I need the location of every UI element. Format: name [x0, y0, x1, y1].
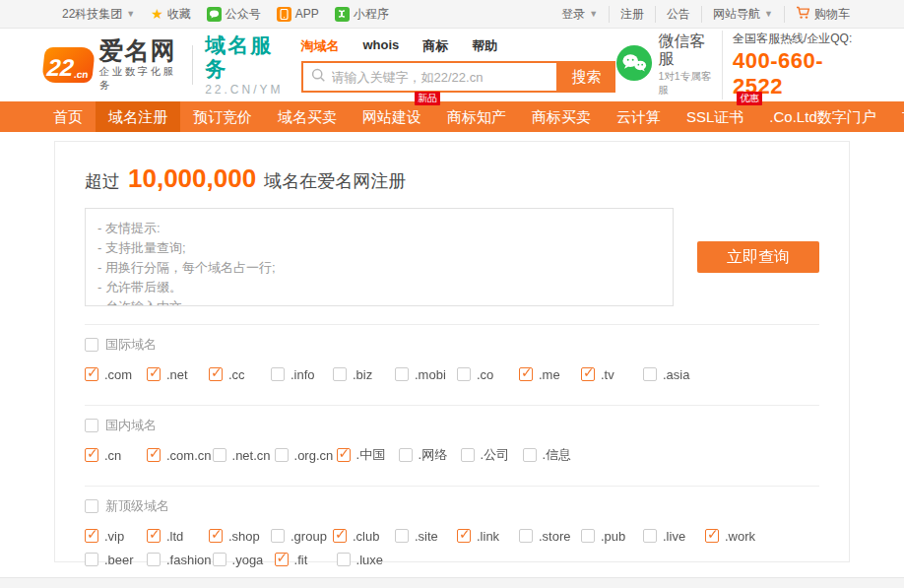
suffix-checkbox-item[interactable]: .work — [705, 527, 766, 545]
search-tab[interactable]: 淘域名 — [301, 37, 340, 55]
suffix-checkbox-item[interactable]: .info — [271, 365, 332, 383]
suffix-checkbox-item[interactable]: .vip — [85, 527, 146, 545]
checkbox-icon[interactable] — [85, 553, 98, 566]
search-tab[interactable]: 商标 — [422, 37, 448, 55]
checkbox-icon[interactable] — [209, 367, 223, 381]
nav-item[interactable]: 首页 — [40, 101, 96, 132]
checkbox-icon[interactable] — [209, 529, 223, 543]
suffix-checkbox-item[interactable]: .live — [643, 527, 704, 545]
suffix-checkbox-item[interactable]: .store — [519, 527, 580, 545]
suffix-checkbox-item[interactable]: .site — [395, 527, 456, 545]
register-link[interactable]: 注册 — [609, 6, 655, 23]
checkbox-icon[interactable] — [519, 367, 533, 381]
search-tab[interactable]: whois — [363, 37, 400, 55]
cart-link[interactable]: 购物车 — [784, 6, 850, 23]
notice-link[interactable]: 公告 — [655, 6, 701, 23]
suffix-checkbox-item[interactable]: .com.cn — [147, 446, 212, 464]
suffix-checkbox-item[interactable]: .org.cn — [275, 446, 336, 464]
group-checkbox-icon[interactable] — [85, 499, 98, 513]
suffix-checkbox-item[interactable]: .yoga — [213, 551, 274, 568]
checkbox-icon[interactable] — [147, 529, 161, 543]
checkbox-icon[interactable] — [461, 448, 475, 462]
nav-item[interactable]: 预订竞价 — [180, 101, 265, 132]
checkbox-icon[interactable] — [271, 529, 285, 543]
nav-item[interactable]: .Co.Ltd数字门户 — [756, 101, 888, 132]
nav-item[interactable]: 商标买卖 — [519, 101, 604, 132]
suffix-checkbox-item[interactable]: .cn — [85, 446, 146, 464]
search-tab[interactable]: 帮助 — [472, 37, 497, 55]
suffix-checkbox-item[interactable]: .club — [333, 527, 394, 545]
suffix-checkbox-item[interactable]: .信息 — [523, 446, 584, 464]
suffix-checkbox-item[interactable]: .shop — [209, 527, 270, 545]
suffix-checkbox-item[interactable]: .biz — [333, 365, 394, 383]
suffix-checkbox-item[interactable]: .asia — [643, 365, 704, 383]
checkbox-icon[interactable] — [213, 448, 226, 462]
checkbox-icon[interactable] — [581, 367, 595, 381]
group-checkbox-icon[interactable] — [85, 338, 98, 352]
topbar-group-menu[interactable]: 22科技集团 ▼ — [54, 6, 143, 23]
checkbox-icon[interactable] — [147, 553, 161, 566]
suffix-checkbox-item[interactable]: .网络 — [399, 446, 460, 464]
suffix-checkbox-item[interactable]: .中国 — [337, 446, 398, 464]
nav-item[interactable]: 市场|工具 — [889, 101, 904, 132]
suffix-checkbox-item[interactable]: .link — [457, 527, 518, 545]
suffix-checkbox-item[interactable]: .mobi — [395, 365, 456, 383]
site-logo[interactable]: 22 .cn 爱名网 企业数字化服务 域名服务 22.CN/YM — [43, 33, 288, 96]
group-checkbox-icon[interactable] — [85, 419, 98, 432]
suffix-checkbox-item[interactable]: .net.cn — [213, 446, 274, 464]
checkbox-icon[interactable] — [705, 529, 719, 543]
topbar-official-account[interactable]: 公众号 — [199, 6, 269, 23]
suffix-checkbox-item[interactable]: .fashion — [147, 551, 212, 568]
checkbox-icon[interactable] — [85, 529, 98, 543]
checkbox-icon[interactable] — [399, 448, 413, 462]
checkbox-icon[interactable] — [581, 529, 595, 543]
checkbox-icon[interactable] — [395, 367, 409, 381]
checkbox-icon[interactable] — [643, 529, 657, 543]
checkbox-icon[interactable] — [337, 553, 351, 566]
checkbox-icon[interactable] — [457, 529, 471, 543]
checkbox-icon[interactable] — [519, 529, 533, 543]
wechat-service[interactable]: 微信客服 1对1专属客服 — [615, 33, 712, 97]
nav-item[interactable]: 域名买卖 — [265, 101, 350, 132]
checkbox-icon[interactable] — [275, 553, 289, 566]
checkbox-icon[interactable] — [213, 553, 226, 566]
query-now-button[interactable]: 立即查询 — [697, 241, 819, 273]
checkbox-icon[interactable] — [147, 367, 161, 381]
checkbox-icon[interactable] — [147, 448, 161, 462]
group-header-international[interactable]: 国际域名 — [85, 336, 157, 354]
nav-item[interactable]: 商标知产 — [434, 101, 519, 132]
nav-item[interactable]: SSL证书 优惠 — [674, 101, 756, 132]
search-input[interactable] — [332, 70, 549, 85]
checkbox-icon[interactable] — [523, 448, 537, 462]
suffix-checkbox-item[interactable]: .ltd — [147, 527, 208, 545]
checkbox-icon[interactable] — [457, 367, 471, 381]
nav-item[interactable]: 云计算 — [604, 101, 674, 132]
suffix-checkbox-item[interactable]: .net — [147, 365, 208, 383]
topbar-app[interactable]: APP — [269, 7, 327, 22]
domain-query-textarea[interactable] — [85, 208, 674, 306]
checkbox-icon[interactable] — [271, 367, 285, 381]
suffix-checkbox-item[interactable]: .co — [457, 365, 518, 383]
suffix-checkbox-item[interactable]: .pub — [581, 527, 642, 545]
suffix-checkbox-item[interactable]: .me — [519, 365, 580, 383]
checkbox-icon[interactable] — [643, 367, 657, 381]
checkbox-icon[interactable] — [333, 529, 347, 543]
group-header-domestic[interactable]: 国内域名 — [85, 417, 157, 434]
group-header-new-tld[interactable]: 新顶级域名 — [85, 497, 169, 515]
search-button[interactable]: 搜索 — [558, 61, 615, 93]
suffix-checkbox-item[interactable]: .公司 — [461, 446, 522, 464]
suffix-checkbox-item[interactable]: .com — [85, 365, 146, 383]
checkbox-icon[interactable] — [85, 367, 98, 381]
suffix-checkbox-item[interactable]: .beer — [85, 551, 146, 568]
checkbox-icon[interactable] — [85, 448, 98, 462]
nav-item[interactable]: 域名注册 — [96, 101, 180, 132]
suffix-checkbox-item[interactable]: .tv — [581, 365, 642, 383]
suffix-checkbox-item[interactable]: .cc — [209, 365, 270, 383]
checkbox-icon[interactable] — [275, 448, 289, 462]
login-link[interactable]: 登录 ▼ — [550, 6, 609, 23]
suffix-checkbox-item[interactable]: .group — [271, 527, 332, 545]
topbar-mini-program[interactable]: 小程序 — [327, 6, 397, 23]
suffix-checkbox-item[interactable]: .luxe — [337, 551, 398, 568]
nav-item[interactable]: 网站建设 新品 — [350, 101, 434, 132]
topbar-collect[interactable]: ★ 收藏 — [143, 6, 199, 23]
